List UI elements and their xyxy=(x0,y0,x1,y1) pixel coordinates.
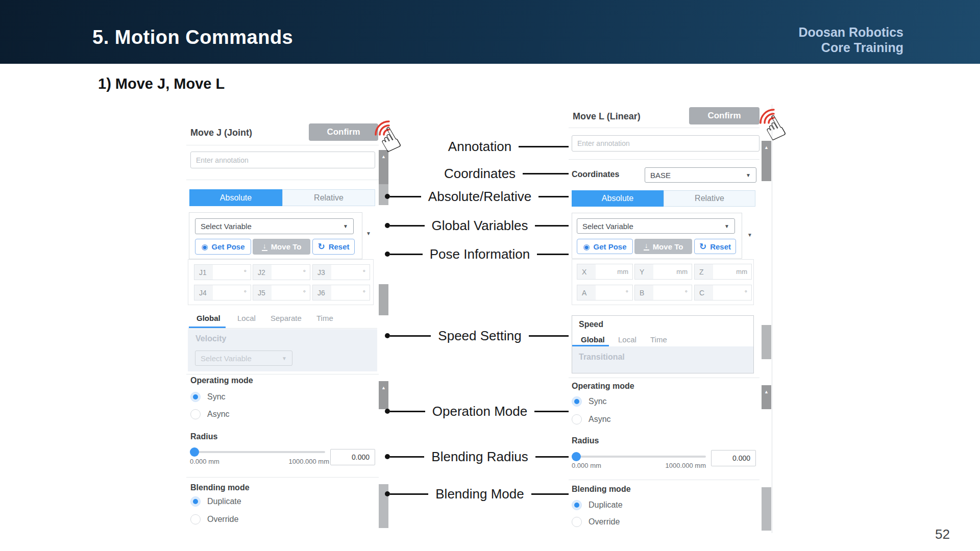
joint-field-j5[interactable]: J5 ° xyxy=(253,285,310,300)
move-j-radius-value[interactable] xyxy=(330,449,375,465)
joint-field-j6[interactable]: J6 ° xyxy=(312,285,370,300)
callout-label: Annotation xyxy=(441,139,519,155)
speed-tab-local[interactable]: Local xyxy=(618,335,636,344)
speed-tab-time[interactable]: Time xyxy=(650,335,667,344)
joint-field-j2[interactable]: J2 ° xyxy=(253,264,310,280)
variable-expand-icon[interactable]: ▼ xyxy=(366,231,371,236)
move-j-tab-absolute[interactable]: Absolute xyxy=(189,189,282,206)
move-to-label: Move To xyxy=(271,242,302,251)
sync-radio[interactable] xyxy=(190,392,201,402)
duplicate-radio[interactable] xyxy=(190,496,201,507)
field-label: Y xyxy=(635,264,653,279)
move-j-move-to-button[interactable]: ↓ Move To xyxy=(253,239,310,255)
move-l-tab-relative[interactable]: Relative xyxy=(664,190,755,207)
page-number: 52 xyxy=(935,527,950,542)
field-label: B xyxy=(635,285,653,300)
move-j-override-option[interactable]: Override xyxy=(190,514,238,525)
slide-header: 5. Motion Commands Doosan Robotics Core … xyxy=(0,0,980,64)
joint-field-j3[interactable]: J3 ° xyxy=(312,264,370,280)
move-l-coordinates-select[interactable]: BASE ▼ xyxy=(645,167,756,183)
scrollbar-thumb[interactable] xyxy=(762,325,771,359)
move-l-get-pose-button[interactable]: ◉ Get Pose xyxy=(577,239,633,254)
move-j-confirm-button[interactable]: Confirm xyxy=(309,123,378,141)
record-icon: ◉ xyxy=(583,243,590,251)
callout-line xyxy=(390,493,428,495)
pose-field-y[interactable]: Y mm xyxy=(634,264,692,280)
speed-tab-local[interactable]: Local xyxy=(237,314,256,322)
field-unit: ° xyxy=(244,268,251,276)
active-tab-underline xyxy=(189,327,226,328)
joint-field-j4[interactable]: J4 ° xyxy=(194,285,251,300)
speed-tab-global[interactable]: Global xyxy=(197,314,220,322)
scrollbar-thumb[interactable]: ▲ xyxy=(762,385,771,409)
override-radio[interactable] xyxy=(190,514,201,524)
pose-field-a[interactable]: A ° xyxy=(577,285,633,300)
override-radio[interactable] xyxy=(572,517,582,527)
divider xyxy=(569,378,760,378)
move-j-annotation[interactable] xyxy=(190,152,375,168)
download-icon: ↓ xyxy=(262,243,267,251)
move-l-reset-button[interactable]: ↻ Reset xyxy=(694,239,736,254)
reset-icon: ↻ xyxy=(317,242,325,251)
move-l-move-to-button[interactable]: ↓ Move To xyxy=(634,239,692,254)
sync-label: Sync xyxy=(207,392,226,402)
move-j-variable-select[interactable]: Select Variable ▼ xyxy=(195,218,354,234)
radius-slider-knob[interactable] xyxy=(572,452,581,461)
radius-slider-track[interactable] xyxy=(190,451,325,453)
pose-field-b[interactable]: B ° xyxy=(634,285,692,300)
radius-value-input[interactable] xyxy=(711,450,756,466)
annotation-input[interactable] xyxy=(190,152,375,168)
callout-dot xyxy=(385,333,390,338)
move-j-tab-relative[interactable]: Relative xyxy=(282,189,375,206)
speed-tab-separate[interactable]: Separate xyxy=(271,314,302,322)
speed-tab-global[interactable]: Global xyxy=(581,335,605,344)
speed-title: Speed xyxy=(579,320,603,329)
move-j-reset-button[interactable]: ↻ Reset xyxy=(312,239,355,255)
callout-line xyxy=(534,411,570,412)
radius-slider-knob[interactable] xyxy=(190,447,199,457)
async-radio[interactable] xyxy=(190,409,201,419)
move-j-radius-label: Radius xyxy=(190,432,217,441)
move-j-panel: Move J (Joint) Confirm Absolute Relative… xyxy=(186,122,379,531)
callout-line xyxy=(535,456,570,458)
duplicate-radio[interactable] xyxy=(572,500,582,510)
callout-label: Coordinates xyxy=(437,166,523,182)
divider xyxy=(569,480,760,480)
radius-slider-track[interactable] xyxy=(572,456,706,458)
joint-field-j1[interactable]: J1 ° xyxy=(194,264,251,280)
move-j-async-option[interactable]: Async xyxy=(190,409,230,420)
scroll-up-icon: ▲ xyxy=(764,145,769,181)
async-radio[interactable] xyxy=(572,414,582,424)
scrollbar-thumb[interactable] xyxy=(379,284,388,315)
pose-field-z[interactable]: Z mm xyxy=(694,264,752,280)
move-l-variable-select[interactable]: Select Variable ▼ xyxy=(577,218,735,234)
move-l-annotation[interactable] xyxy=(572,135,760,152)
annotation-input[interactable] xyxy=(572,135,760,152)
move-l-sync-option[interactable]: Sync xyxy=(572,396,607,407)
sync-radio[interactable] xyxy=(572,396,582,407)
callout-label: Global Variables xyxy=(425,218,535,234)
field-label: J2 xyxy=(253,265,272,280)
move-j-get-pose-button[interactable]: ◉ Get Pose xyxy=(195,239,251,255)
move-l-confirm-button[interactable]: Confirm xyxy=(689,107,760,124)
move-l-async-option[interactable]: Async xyxy=(572,414,611,425)
pose-field-x[interactable]: X mm xyxy=(577,264,633,280)
callout-label: Speed Setting xyxy=(431,328,528,344)
move-l-tab-absolute[interactable]: Absolute xyxy=(572,190,664,207)
divider xyxy=(186,145,379,145)
field-label: Z xyxy=(695,264,713,279)
pose-field-c[interactable]: C ° xyxy=(694,285,752,300)
scrollbar-thumb[interactable]: ▲ xyxy=(762,141,771,181)
move-l-radius-value[interactable] xyxy=(711,450,756,466)
move-j-sync-option[interactable]: Sync xyxy=(190,391,226,403)
duplicate-label: Duplicate xyxy=(589,500,623,510)
move-j-duplicate-option[interactable]: Duplicate xyxy=(190,496,241,507)
scrollbar-thumb[interactable] xyxy=(762,487,771,531)
variable-expand-icon[interactable]: ▼ xyxy=(747,232,752,238)
move-l-duplicate-option[interactable]: Duplicate xyxy=(572,499,623,511)
move-l-override-option[interactable]: Override xyxy=(572,516,620,528)
callout-line xyxy=(390,254,423,255)
speed-tab-time[interactable]: Time xyxy=(316,314,333,322)
radius-value-input[interactable] xyxy=(330,449,375,465)
callout-line xyxy=(535,225,570,227)
